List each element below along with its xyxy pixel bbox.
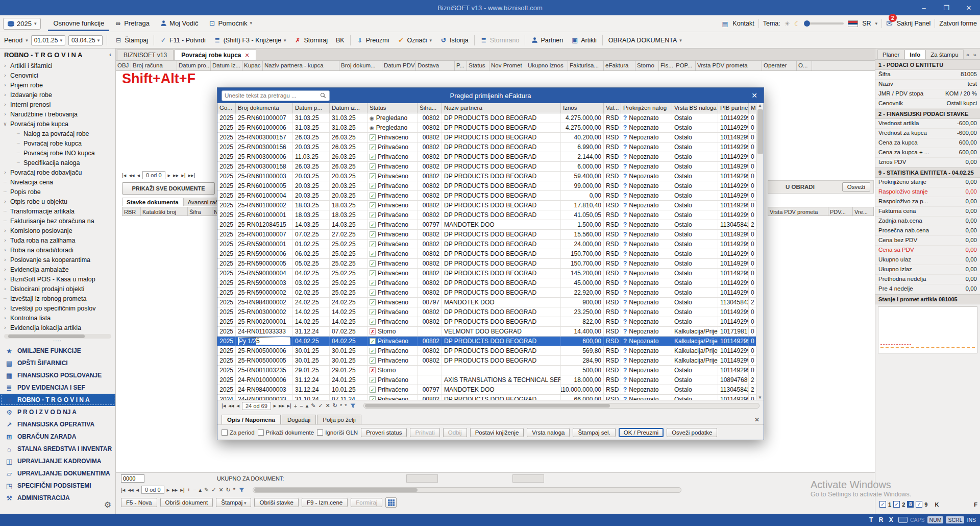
tree-item[interactable]: ›Artikli i šifarnici — [2, 61, 115, 70]
efaktura-row[interactable]: 202525-RN00100323529.01.2529.01.25✗Storn… — [217, 366, 756, 375]
tree-hscrollbar[interactable] — [4, 334, 111, 339]
dialog-hscrollbar[interactable] — [363, 403, 760, 409]
close-forms-button[interactable]: Zatvori forme — [939, 20, 977, 27]
efaktura-row[interactable]: 202525-RN60100000631.03.2531.03.25◉Pregl… — [217, 123, 756, 133]
first-page-button[interactable]: |◂ — [222, 402, 226, 409]
column-header[interactable]: Kupac — [242, 61, 263, 70]
hide-panel-button[interactable]: Sakrij Panel — [897, 20, 931, 27]
add-row-button[interactable]: + — [294, 403, 297, 409]
module-specifični-podsistemi[interactable]: ◳SPECIFIČNI PODSISTEMI — [0, 480, 115, 492]
column-header[interactable]: Vrsta PDV prometa — [768, 207, 828, 216]
toolbar-ozna-i-button[interactable]: ✔Označi▾ — [394, 34, 435, 46]
tab-biznisoft[interactable]: BIZNISOFT v13 — [117, 50, 174, 60]
tab-info[interactable]: Info — [904, 50, 925, 59]
tree-item[interactable]: ›Prijem robe — [2, 80, 115, 90]
efaktura-row[interactable]: 202525-RN00300000611.03.2526.03.25✓Prihv… — [217, 152, 756, 162]
tree-item[interactable]: ›Roba na obradi/doradi — [2, 245, 115, 255]
module-upravljanje-kadrovima[interactable]: ◫UPRAVLJANJE KADROVIMA — [0, 455, 115, 467]
efaktura-row[interactable]: 202524-RN98400000331.12.2410.01.25✓Prihv… — [217, 385, 756, 395]
column-header[interactable]: P... — [455, 61, 467, 70]
pencil-icon[interactable]: ✎ — [204, 487, 209, 493]
dialog-vscrollbar[interactable]: ▲ ▼ — [756, 103, 764, 400]
efaktura-row[interactable]: 202525-RN00300000214.02.2514.02.25✓Prihv… — [217, 307, 756, 317]
menu-tab-pretraga[interactable]: ∞Pretraga — [109, 16, 155, 31]
column-header[interactable]: Šifra — [188, 207, 212, 216]
column-header[interactable]: Proknjižen nalog — [621, 103, 672, 113]
pencil-icon[interactable]: ✎ — [311, 402, 315, 409]
period-label[interactable]: Period — [4, 37, 22, 44]
module-opšti-šifarnici[interactable]: ▤OPŠTI ŠIFARNICI — [0, 357, 115, 369]
column-header[interactable]: OBJ — [116, 61, 131, 70]
last-page-button[interactable]: ▸| — [287, 402, 291, 409]
tree-item[interactable]: ┈Izveštaji iz robnog prometa — [2, 294, 115, 303]
bookmark2-icon[interactable]: * — [345, 403, 347, 409]
column-header[interactable]: Vre... — [853, 207, 873, 216]
za-period-checkbox[interactable]: Za period — [222, 429, 255, 436]
column-header[interactable]: Status — [368, 103, 418, 113]
dialog-tab-polja-po-želji[interactable]: Polja po želji — [317, 415, 361, 424]
proveri-status-button[interactable]: Proveri status — [361, 428, 407, 437]
fast-back-button[interactable]: ◂◂ — [129, 172, 134, 179]
module-stalna-sredstva-i-inventar[interactable]: ⌂STALNA SREDSTVA I INVENTAR — [0, 443, 115, 455]
efaktura-row[interactable]: 202525-RN01208451514.03.2514.03.25✓Prihv… — [217, 220, 756, 230]
next-page-button[interactable]: ▸ — [168, 172, 171, 179]
date-from-input[interactable]: 01.01.25▾ — [31, 35, 65, 45]
cancel-icon[interactable]: ✕ — [218, 487, 223, 493]
efaktura-row[interactable]: 202525-RN60100000118.03.2518.03.25✓Prihv… — [217, 210, 756, 220]
toolbar--shift-f3-knji-enje-button[interactable]: ≣(Shift) F3 - Knjiženje▾ — [210, 34, 290, 46]
fast-forward-button[interactable]: ▸▸ — [279, 402, 284, 409]
tree-item[interactable]: ›Komisiono poslovanje — [2, 226, 115, 235]
more-button[interactable]: ▸▸| — [188, 172, 195, 179]
object-checkbox-2[interactable]: ✓ — [893, 501, 900, 508]
toolbar-f11-potvrdi-button[interactable]: ✓F11 - Potvrdi — [156, 34, 209, 46]
fast-forward-button[interactable]: ▸▸ — [173, 172, 179, 179]
column-header[interactable]: Naziv partnera - kupca — [263, 61, 339, 70]
column-header[interactable]: Ukupno iznos — [526, 61, 568, 70]
tree-item[interactable]: ┈Popis robe — [2, 187, 115, 197]
toolbar-partneri-button[interactable]: Partneri — [527, 35, 567, 46]
column-header[interactable]: Vrsta PDV prometa — [696, 61, 762, 70]
toolbar-istorija-button[interactable]: ↺Istorija — [436, 34, 472, 46]
column-header[interactable]: Go... — [217, 103, 236, 113]
f5-nova-button[interactable]: F5 - Nova — [121, 498, 157, 507]
scroll-down-icon[interactable]: ▼ — [758, 395, 762, 400]
tree-item[interactable]: ┈Povraćaj robe INO kupca — [2, 148, 115, 158]
last-page-button[interactable]: ▸| — [180, 487, 184, 493]
filter-icon[interactable] — [350, 403, 357, 409]
toolbar-storniraj-button[interactable]: ✗Storniraj — [290, 34, 331, 46]
tree-item[interactable]: ›BizniSoft POS - Kasa u malop — [2, 274, 115, 284]
column-header[interactable]: Datum p... — [293, 103, 330, 113]
efaktura-row[interactable]: 2025Ру 1/2504.02.2504.02.25✓Prihvaćeno00… — [217, 337, 756, 346]
efaktura-row[interactable]: 202524-RN01103333331.12.2407.02.25✗Storn… — [217, 327, 756, 337]
object-checkbox-1[interactable]: ✓ — [879, 501, 886, 508]
show-all-documents-button[interactable]: PRIKAŽI SVE DOKUMENTE — [122, 182, 215, 195]
add-row-button[interactable]: + — [187, 487, 190, 493]
column-header[interactable]: Fis... — [659, 61, 674, 70]
tab-za-stampu[interactable]: Za štampu — [925, 50, 963, 59]
tree-item[interactable]: ›Tuđa roba na zalihama — [2, 235, 115, 245]
collapse-sidebar-icon[interactable]: ‹ — [109, 51, 111, 58]
tree-item[interactable]: ›Cenovnici — [2, 70, 115, 80]
column-header[interactable]: Storno — [635, 61, 659, 70]
column-header[interactable]: Vrsta BS naloga — [672, 103, 718, 113]
delete-row-button[interactable]: − — [193, 487, 196, 493]
column-header[interactable]: Datum iz... — [211, 61, 242, 70]
column-header[interactable]: Datum PDV — [382, 61, 416, 70]
column-header[interactable]: Status — [467, 61, 489, 70]
efaktura-row[interactable]: 202525-RN00200000114.02.2514.02.25✓Prihv… — [217, 317, 756, 327]
ok-preuzmi-button[interactable]: OK / Preuzmi — [619, 428, 664, 437]
tree-item[interactable]: ›Interni prenosi — [2, 100, 115, 109]
efaktura-row[interactable]: 202525-RN60100000731.03.2531.03.25◉Pregl… — [217, 113, 756, 123]
efaktura-row[interactable]: 202525-RN00300015726.03.2526.03.25✓Prihv… — [217, 133, 756, 142]
module-p-r-o-i-z-v-o-d-nj-a[interactable]: ⚙P R O I Z V O D NJ A — [0, 406, 115, 418]
tab-povracaj-robe-kupca[interactable]: Povraćaj robe kupca ✕ — [175, 50, 256, 60]
scroll-up-icon[interactable]: ▲ — [758, 103, 762, 108]
module-upravljanje-dokumentima[interactable]: ▱UPRAVLJANJE DOKUMENTIMA — [0, 467, 115, 480]
efaktura-row[interactable]: 202525-RN00500000530.01.2530.01.25✓Prihv… — [217, 356, 756, 366]
column-header[interactable]: Operater — [762, 61, 797, 70]
prev-page-button[interactable]: ◂ — [137, 172, 140, 179]
confirm-icon[interactable]: ✓ — [318, 402, 323, 409]
filter-icon[interactable] — [238, 487, 245, 493]
tree-item[interactable]: ›Izveštaji po specifičnim poslov — [2, 303, 115, 313]
fast-back-button[interactable]: ◂◂ — [228, 402, 234, 409]
